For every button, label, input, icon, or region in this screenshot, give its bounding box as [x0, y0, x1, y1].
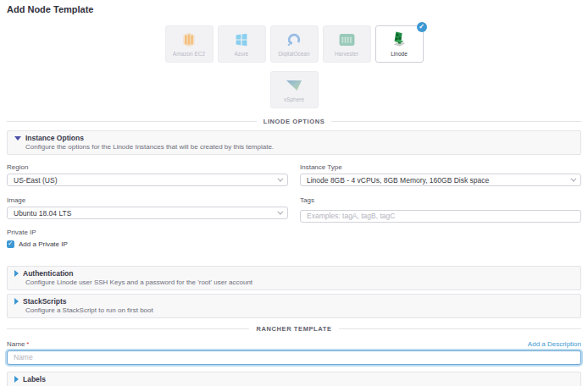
name-input[interactable] — [7, 350, 581, 365]
divider — [7, 121, 257, 122]
provider-card-label: Harvester — [335, 51, 358, 57]
accordion-title: Labels — [23, 375, 46, 383]
accordion-stackscripts[interactable]: StackScripts Configure a StackScript to … — [7, 294, 581, 318]
provider-cards-row-2: vSphere — [7, 71, 581, 108]
provider-card-linode[interactable]: Linode — [375, 25, 424, 63]
vsphere-icon — [286, 77, 302, 94]
region-select-value: US-East (US) — [14, 176, 57, 185]
provider-card-digitalocean[interactable]: DigitalOcean — [270, 25, 319, 63]
accordion-subtitle: Configure Linode user SSH Keys and a pas… — [25, 278, 574, 286]
provider-card-label: DigitalOcean — [278, 51, 309, 57]
harvester-icon — [339, 31, 355, 48]
accordion-title: Authentication — [23, 269, 74, 278]
image-select-value: Ubuntu 18.04 LTS — [14, 209, 71, 218]
provider-card-harvester[interactable]: Harvester — [323, 25, 371, 63]
provider-card-vsphere[interactable]: vSphere — [270, 71, 319, 108]
chevron-down-icon — [277, 176, 283, 182]
selected-check-icon — [417, 22, 427, 32]
name-label: Name* — [7, 340, 29, 348]
private-ip-checkbox-label: Add a Private IP — [19, 240, 68, 248]
accordion-collapsed-icon — [14, 270, 19, 277]
amazon-ec2-icon — [181, 31, 197, 48]
required-asterisk: * — [26, 340, 29, 348]
region-label: Region — [7, 163, 288, 171]
rancher-template-section-header: RANCHER TEMPLATE — [7, 325, 581, 333]
form-row-image-tags: Image Ubuntu 18.04 LTS Tags — [7, 196, 581, 223]
private-ip-checkbox-row[interactable]: Add a Private IP — [7, 240, 288, 248]
accordion-labels[interactable]: Labels Labels are key/value pairs that c… — [7, 372, 581, 386]
accordion-collapsed-icon — [14, 298, 19, 305]
accordion-collapsed-icon — [14, 376, 19, 383]
form-row-region-instance-type: Region US-East (US) Instance Type Linode… — [7, 163, 581, 186]
chevron-down-icon — [570, 176, 576, 182]
image-select[interactable]: Ubuntu 18.04 LTS — [7, 207, 288, 219]
add-node-template-page: Add Node Template Amazon EC2 Azure Digit… — [0, 0, 588, 386]
azure-icon — [235, 31, 248, 48]
provider-card-amazon-ec2[interactable]: Amazon EC2 — [165, 25, 214, 63]
accordion-title: Instance Options — [25, 134, 84, 142]
accordion-subtitle: Configure a StackScript to run on first … — [25, 306, 574, 314]
form-row-private-ip: Private IP Add a Private IP — [7, 229, 581, 248]
divider — [331, 121, 581, 122]
accordion-expanded-icon — [14, 136, 21, 141]
section-title: LINODE OPTIONS — [263, 118, 325, 125]
provider-card-label: Linode — [391, 51, 408, 57]
image-label: Image — [7, 196, 288, 204]
chevron-down-icon — [277, 209, 283, 215]
linode-icon — [391, 31, 408, 48]
linode-options-section-header: LINODE OPTIONS — [7, 118, 581, 125]
provider-card-label: Amazon EC2 — [173, 51, 205, 57]
divider — [7, 328, 249, 329]
accordion-authentication[interactable]: Authentication Configure Linode user SSH… — [7, 266, 581, 290]
accordion-instance-options[interactable]: Instance Options Configure the options f… — [7, 130, 581, 155]
accordion-title: StackScripts — [23, 297, 67, 306]
instance-type-select[interactable]: Linode 8GB - 4 vCPUs, 8GB Memory, 160GB … — [300, 174, 581, 186]
private-ip-label: Private IP — [7, 229, 288, 236]
provider-cards-row-1: Amazon EC2 Azure DigitalOcean Harvester — [7, 25, 581, 63]
name-label-text: Name — [7, 340, 25, 348]
add-description-link[interactable]: Add a Description — [528, 340, 581, 348]
provider-card-azure[interactable]: Azure — [218, 25, 266, 63]
tags-input[interactable] — [300, 210, 581, 223]
provider-card-label: Azure — [235, 51, 249, 57]
tags-label: Tags — [300, 196, 581, 204]
provider-card-label: vSphere — [284, 96, 304, 102]
accordion-subtitle: Configure the options for the Linode Ins… — [25, 143, 574, 151]
page-title: Add Node Template — [7, 4, 581, 14]
section-title: RANCHER TEMPLATE — [256, 325, 331, 333]
divider — [339, 328, 581, 329]
instance-type-label: Instance Type — [300, 163, 581, 171]
region-select[interactable]: US-East (US) — [7, 174, 288, 186]
instance-type-select-value: Linode 8GB - 4 vCPUs, 8GB Memory, 160GB … — [307, 176, 489, 185]
checkbox-checked-icon[interactable] — [7, 240, 14, 248]
name-field-header: Name* Add a Description — [7, 340, 581, 348]
digitalocean-icon — [286, 31, 302, 48]
